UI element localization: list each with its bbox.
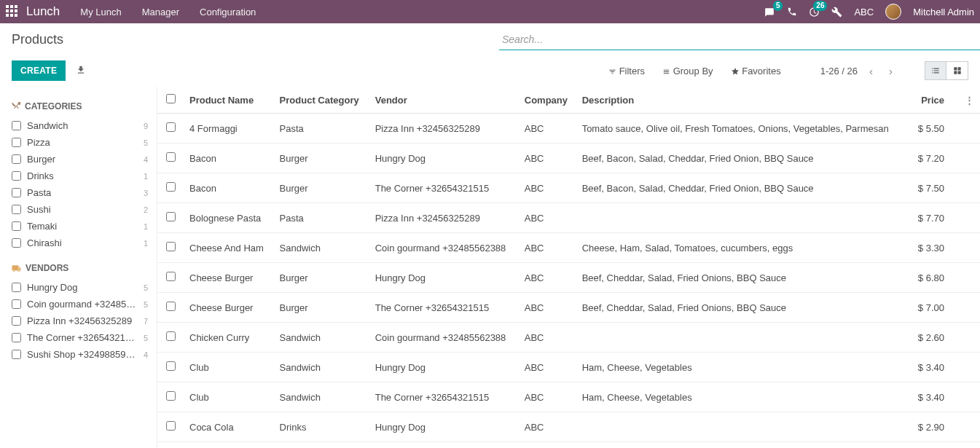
cell-price: $ 3.40 — [910, 353, 959, 382]
row-checkbox[interactable] — [166, 331, 176, 341]
row-checkbox[interactable] — [166, 421, 176, 431]
cell-name: Cheese Burger — [184, 293, 274, 323]
sidebar-item-vendor[interactable]: Sushi Shop +324988599...4 — [12, 346, 148, 363]
filter-checkbox[interactable] — [12, 154, 21, 164]
filter-checkbox[interactable] — [12, 238, 21, 248]
filter-count: 5 — [144, 283, 148, 292]
filters-button[interactable]: Filters — [608, 66, 645, 76]
sidebar-item-category[interactable]: Chirashi1 — [12, 235, 148, 251]
favorites-button[interactable]: Favorites — [731, 66, 781, 76]
cell-options — [959, 114, 980, 144]
sidebar-item-category[interactable]: Temaki1 — [12, 218, 148, 235]
table-row[interactable]: BaconBurgerThe Corner +32654321515ABCBee… — [157, 173, 980, 203]
table-row[interactable]: ClubSandwichHungry DogABCHam, Cheese, Ve… — [157, 353, 980, 382]
nav-configuration[interactable]: Configuration — [200, 7, 256, 17]
apps-icon[interactable] — [6, 5, 19, 18]
sidebar-item-category[interactable]: Pasta3 — [12, 184, 148, 201]
cell-category: Sandwich — [274, 233, 369, 263]
table-row[interactable]: BaconBurgerHungry DogABCBeef, Bacon, Sal… — [157, 144, 980, 173]
pager-next[interactable]: › — [885, 63, 897, 79]
th-options[interactable]: ⋮ — [959, 87, 980, 114]
cell-description: Cheese, Ham, Salad, Tomatoes, cucumbers,… — [576, 233, 910, 263]
messages-icon[interactable]: 5 — [764, 6, 775, 17]
filter-checkbox[interactable] — [12, 333, 21, 342]
cell-company: ABC — [519, 203, 576, 233]
th-vendor[interactable]: Vendor — [369, 87, 519, 114]
table-row[interactable]: 4 FormaggiPastaPizza Inn +32456325289ABC… — [157, 114, 980, 144]
group-by-button[interactable]: Group By — [662, 66, 713, 76]
list-view-button[interactable] — [925, 61, 946, 80]
sidebar-item-category[interactable]: Burger4 — [12, 151, 148, 168]
button-row: CREATE Filters Group By Favorites 1-26 /… — [0, 56, 980, 87]
nav-my-lunch[interactable]: My Lunch — [80, 7, 121, 17]
row-checkbox[interactable] — [166, 242, 176, 251]
cell-vendor: Coin gourmand +32485562388 — [369, 233, 519, 263]
filter-checkbox[interactable] — [12, 350, 21, 359]
table-row[interactable]: Chicken CurrySandwichCoin gourmand +3248… — [157, 323, 980, 353]
row-checkbox[interactable] — [166, 212, 176, 221]
table-row[interactable]: Cheese BurgerBurgerHungry DogABCBeef, Ch… — [157, 263, 980, 293]
row-checkbox[interactable] — [166, 182, 176, 192]
sidebar-item-vendor[interactable]: Hungry Dog5 — [12, 279, 148, 296]
filter-checkbox[interactable] — [12, 205, 21, 214]
th-company[interactable]: Company — [519, 87, 576, 114]
search-input[interactable] — [499, 29, 980, 50]
filter-count: 9 — [144, 122, 148, 130]
nav-manager[interactable]: Manager — [142, 7, 179, 17]
search-wrap — [499, 29, 980, 50]
cell-description: Beef, Cheddar, Salad, Fried Onions, BBQ … — [576, 293, 910, 323]
filter-count: 4 — [144, 155, 148, 164]
filter-checkbox[interactable] — [12, 299, 21, 309]
sidebar-item-category[interactable]: Drinks1 — [12, 168, 148, 184]
row-checkbox[interactable] — [166, 361, 176, 371]
create-button[interactable]: CREATE — [12, 60, 66, 81]
sidebar-item-vendor[interactable]: Coin gourmand +324855...5 — [12, 296, 148, 313]
filter-checkbox[interactable] — [12, 188, 21, 197]
user-name[interactable]: Mitchell Admin — [913, 7, 974, 17]
row-checkbox[interactable] — [166, 152, 176, 162]
row-checkbox[interactable] — [166, 302, 176, 311]
tools-icon[interactable] — [831, 7, 842, 17]
filter-checkbox[interactable] — [12, 283, 21, 292]
sidebar-item-vendor[interactable]: The Corner +326543215...5 — [12, 329, 148, 346]
table-row[interactable]: Coca ColaDrinksHungry DogABC$ 2.90 — [157, 412, 980, 442]
row-checkbox[interactable] — [166, 272, 176, 281]
app-title[interactable]: Lunch — [26, 4, 60, 19]
filter-checkbox[interactable] — [12, 221, 21, 231]
filter-label: Drinks — [27, 170, 54, 181]
th-category[interactable]: Product Category — [274, 87, 369, 114]
sidebar-item-vendor[interactable]: Pizza Inn +324563252897 — [12, 313, 148, 329]
avatar[interactable] — [885, 4, 901, 20]
cell-category: Pasta — [274, 114, 369, 144]
select-all-checkbox[interactable] — [166, 94, 176, 103]
filter-checkbox[interactable] — [12, 138, 21, 147]
phone-icon[interactable] — [787, 7, 797, 17]
cell-name: Chicken Curry — [184, 323, 274, 353]
company-switcher[interactable]: ABC — [854, 7, 874, 17]
filter-label: Chirashi — [27, 237, 62, 248]
sidebar-item-category[interactable]: Sushi2 — [12, 201, 148, 218]
row-checkbox[interactable] — [166, 122, 176, 132]
sidebar-item-category[interactable]: Pizza5 — [12, 134, 148, 151]
import-icon[interactable] — [76, 65, 86, 77]
messages-badge: 5 — [773, 1, 783, 11]
activity-icon[interactable]: 26 — [809, 6, 820, 17]
table-row[interactable]: Cheese And HamSandwichCoin gourmand +324… — [157, 233, 980, 263]
table-row[interactable]: Cheese BurgerBurgerThe Corner +326543215… — [157, 293, 980, 323]
cell-category: Sandwich — [274, 323, 369, 353]
sidebar-item-category[interactable]: Sandwich9 — [12, 117, 148, 134]
kanban-view-button[interactable] — [946, 61, 968, 80]
pager-prev[interactable]: ‹ — [865, 63, 877, 79]
cell-company: ABC — [519, 173, 576, 203]
filter-checkbox[interactable] — [12, 121, 21, 130]
categories-header: CATEGORIES — [12, 101, 148, 111]
filter-checkbox[interactable] — [12, 171, 21, 181]
table-row[interactable]: ClubSandwichThe Corner +32654321515ABCHa… — [157, 382, 980, 412]
th-name[interactable]: Product Name — [184, 87, 274, 114]
th-price[interactable]: Price — [910, 87, 959, 114]
filter-checkbox[interactable] — [12, 316, 21, 326]
table-row[interactable]: Bolognese PastaPastaPizza Inn +324563252… — [157, 203, 980, 233]
row-checkbox[interactable] — [166, 391, 176, 401]
filter-count: 1 — [144, 222, 148, 231]
th-description[interactable]: Description — [576, 87, 910, 114]
